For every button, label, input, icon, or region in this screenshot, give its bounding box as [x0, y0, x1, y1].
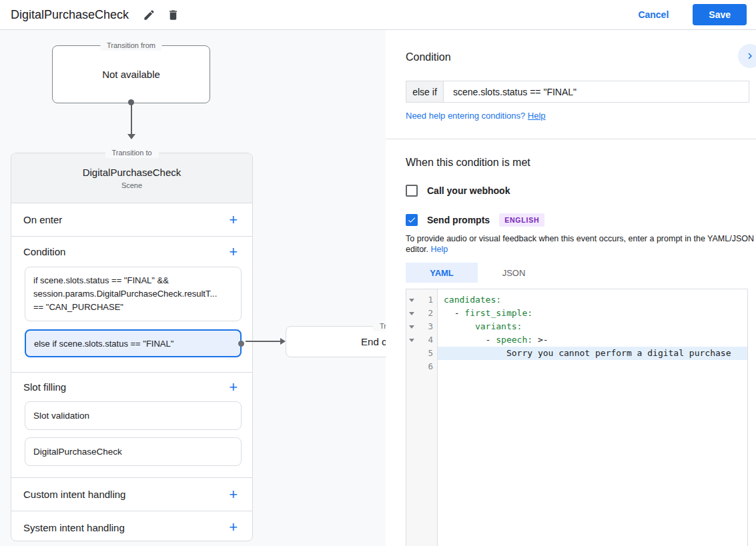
code-text: variants: [438, 320, 747, 333]
code-text: - first_simple: [438, 307, 747, 320]
condition-met-heading: When this condition is met [406, 157, 756, 169]
code-text: Sorry you cannot perform a digital purch… [438, 347, 747, 360]
on-enter-label: On enter [23, 214, 62, 225]
line-gutter: 2 [406, 307, 437, 320]
scene-card-header[interactable]: DigitalPurchaseCheck Scene [11, 153, 252, 203]
transition-to-legend: Transition to [105, 148, 158, 158]
editor-tabs: YAML JSON [406, 263, 756, 283]
scene-card-title: DigitalPurchaseCheck [83, 167, 181, 178]
cancel-button[interactable]: Cancel [638, 9, 669, 20]
add-custom-intent-button[interactable]: + [226, 488, 240, 501]
add-system-intent-button[interactable]: + [226, 521, 240, 534]
code-line-1[interactable]: 1candidates: [406, 293, 747, 307]
condition-prefix: else if [406, 81, 444, 103]
condition-help-link[interactable]: Help [528, 111, 546, 121]
transition-from-content: Not available [102, 69, 160, 80]
checkmark-icon [407, 215, 416, 225]
connector-dot-condition [238, 341, 244, 347]
line-gutter: 3 [406, 320, 437, 333]
top-bar: DigitalPurchaseCheck Cancel Save [0, 0, 756, 30]
gutter-border [437, 289, 438, 546]
section-condition: Condition + if scene.slots.status == "FI… [11, 237, 252, 373]
connector-line-vertical [131, 105, 132, 134]
edit-button[interactable] [141, 7, 157, 23]
code-line-6[interactable]: 6 [406, 360, 747, 373]
fold-arrow-icon[interactable] [409, 339, 414, 342]
prompt-hint-help-link[interactable]: Help [431, 245, 448, 254]
custom-intent-label: Custom intent handling [23, 489, 125, 500]
scene-diagram-canvas: Transition from Not available Transition… [0, 30, 386, 546]
add-condition-button[interactable]: + [226, 245, 240, 259]
condition-if-line-3: == "CAN_PURCHASE" [33, 301, 233, 314]
line-gutter: 4 [406, 333, 437, 347]
slot-check-text: DigitalPurchaseCheck [33, 447, 122, 457]
code-line-4[interactable]: 4 - speech: >- [406, 333, 747, 347]
line-gutter: 5 [406, 347, 437, 360]
webhook-row: Call your webhook [406, 185, 756, 197]
fold-arrow-icon[interactable] [409, 312, 414, 315]
pencil-icon [143, 9, 155, 21]
code-lines: 1candidates:2 - first_simple:3 variants:… [406, 289, 747, 373]
line-gutter: 6 [406, 360, 437, 373]
end-node-content: End conversation [361, 336, 386, 347]
save-button[interactable]: Save [693, 4, 747, 25]
slot-validation-text: Slot validation [33, 411, 89, 421]
condition-help-line: Need help entering conditions? Help [406, 111, 756, 121]
end-node-legend: Transition to [373, 321, 386, 331]
tab-yaml[interactable]: YAML [406, 263, 478, 283]
prompt-hint: To provide audio or visual feedback when… [406, 233, 756, 255]
code-text: - speech: >- [438, 333, 747, 347]
line-number: 5 [417, 347, 433, 360]
add-on-enter-button[interactable]: + [226, 213, 240, 227]
condition-input-row: else if [406, 81, 749, 103]
delete-button[interactable] [165, 7, 181, 23]
send-prompts-checkbox[interactable] [406, 214, 418, 226]
send-prompts-label: Send prompts [427, 215, 490, 225]
prompt-hint-line2: editor. [406, 245, 431, 254]
end-conversation-node[interactable]: Transition to End conversation [286, 326, 386, 357]
collapse-panel-button[interactable] [738, 44, 756, 68]
condition-expression-input[interactable] [444, 81, 749, 103]
condition-if-line-2: session.params.DigitalPurchaseCheck.resu… [33, 287, 233, 301]
webhook-label: Call your webhook [427, 185, 510, 196]
section-custom-intent: Custom intent handling + [11, 478, 252, 511]
scene-card-subtitle: Scene [121, 181, 142, 189]
line-number: 2 [417, 307, 433, 320]
slot-filling-label: Slot filling [23, 381, 66, 393]
section-slot-filling: Slot filling + Slot validation DigitalPu… [11, 373, 252, 478]
condition-item-else-selected[interactable]: else if scene.slots.status == "FINAL" [25, 329, 242, 357]
tab-json[interactable]: JSON [478, 263, 550, 283]
section-on-enter: On enter + [11, 203, 252, 237]
webhook-checkbox[interactable] [406, 185, 418, 197]
slot-item-check[interactable]: DigitalPurchaseCheck [25, 437, 242, 466]
language-badge: ENGLISH [499, 213, 544, 227]
condition-else-text: else if scene.slots.status == "FINAL" [34, 339, 173, 349]
condition-item-if[interactable]: if scene.slots.status == "FINAL" && sess… [25, 267, 242, 321]
scene-card: Transition to DigitalPurchaseCheck Scene… [11, 153, 253, 541]
code-line-2[interactable]: 2 - first_simple: [406, 307, 747, 320]
slot-item-validation[interactable]: Slot validation [25, 401, 242, 430]
trash-icon [167, 9, 179, 21]
condition-if-line-1: if scene.slots.status == "FINAL" && [33, 274, 233, 287]
panel-divider [386, 139, 756, 139]
condition-help-text: Need help entering conditions? [406, 111, 528, 121]
line-number: 3 [417, 320, 433, 333]
add-slot-button[interactable]: + [226, 381, 240, 394]
line-gutter: 1 [406, 293, 437, 307]
transition-from-node[interactable]: Transition from Not available [52, 45, 210, 103]
line-number: 4 [417, 333, 433, 347]
yaml-code-editor[interactable]: 1candidates:2 - first_simple:3 variants:… [406, 289, 748, 546]
fold-arrow-icon[interactable] [409, 325, 414, 329]
line-number: 1 [417, 293, 433, 307]
arrow-down-icon [127, 134, 135, 139]
chevron-right-icon [744, 50, 756, 62]
code-line-5[interactable]: 5 Sorry you cannot perform a digital pur… [406, 347, 747, 360]
code-text [438, 360, 747, 373]
panel-title: Condition [406, 51, 756, 63]
code-line-3[interactable]: 3 variants: [406, 320, 747, 333]
system-intent-label: System intent handling [23, 522, 125, 533]
code-text: candidates: [438, 293, 747, 307]
arrow-right-icon [280, 338, 286, 345]
fold-arrow-icon[interactable] [409, 299, 414, 302]
condition-label: Condition [23, 246, 65, 257]
